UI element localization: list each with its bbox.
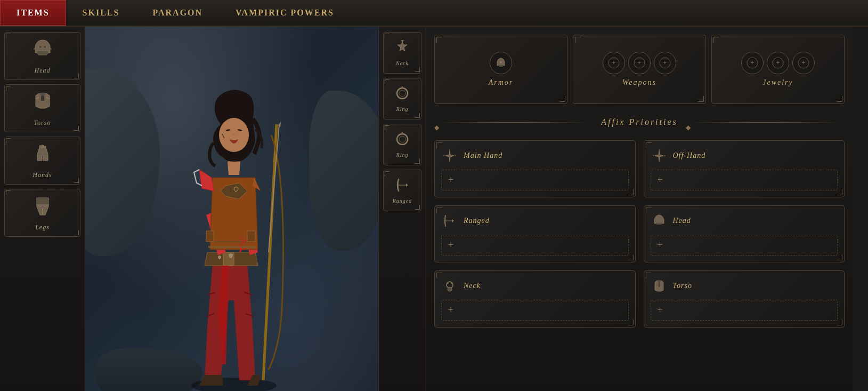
chest-icon bbox=[31, 90, 54, 117]
affix-card-off-hand: Off-Hand + bbox=[644, 140, 845, 197]
top-navigation: ITEMS SKILLS PARAGON VAMPIRIC POWERS bbox=[0, 0, 868, 27]
affix-card-head: Head + bbox=[644, 205, 845, 262]
slot-legs[interactable]: Legs bbox=[4, 189, 80, 237]
gloves-icon bbox=[31, 142, 54, 169]
svg-point-3 bbox=[397, 88, 408, 99]
right-panel: + Armor + + bbox=[426, 27, 853, 391]
tab-vampiric-powers[interactable]: VAMPIRIC POWERS bbox=[219, 0, 351, 26]
affix-add-main-hand[interactable]: + bbox=[441, 170, 629, 190]
add-icon-torso: + bbox=[658, 305, 663, 316]
armor-helm-icon: + bbox=[490, 52, 512, 74]
affix-card-off-hand-header: Off-Hand bbox=[651, 147, 838, 164]
add-icon-neck: + bbox=[448, 305, 453, 316]
slot-hands[interactable]: Hands bbox=[4, 137, 80, 185]
pants-icon bbox=[31, 195, 54, 221]
tab-skills[interactable]: SKILLS bbox=[66, 0, 136, 26]
weapon-offhand-icon: + bbox=[628, 52, 651, 74]
add-icon-head: + bbox=[658, 240, 663, 251]
main-hand-icon bbox=[441, 147, 458, 164]
weapon-bow-icon: + bbox=[654, 52, 676, 74]
affix-add-torso[interactable]: + bbox=[651, 300, 838, 321]
affix-card-neck-header: Neck bbox=[441, 277, 629, 294]
slot-ring-1[interactable]: Ring bbox=[383, 78, 421, 119]
cave-bg-left bbox=[85, 69, 160, 256]
head-affix-icon bbox=[651, 212, 668, 229]
left-equipment-sidebar: Head Torso bbox=[0, 27, 85, 391]
torso-affix-icon bbox=[651, 277, 668, 294]
svg-text:+: + bbox=[776, 59, 780, 67]
svg-point-5 bbox=[397, 134, 408, 145]
affix-add-head[interactable]: + bbox=[651, 235, 838, 256]
weapon-sword-icon: + bbox=[603, 52, 625, 74]
slot-torso[interactable]: Torso bbox=[4, 84, 80, 132]
affix-add-ranged[interactable]: + bbox=[441, 235, 629, 256]
affix-header-line-right: ◆ bbox=[686, 122, 845, 123]
svg-text:+: + bbox=[500, 60, 502, 65]
slot-neck[interactable]: Neck bbox=[383, 32, 421, 74]
ring2-icon bbox=[394, 131, 410, 151]
character-figure bbox=[165, 71, 314, 391]
affix-add-off-hand[interactable]: + bbox=[651, 170, 838, 190]
affix-card-ranged: Ranged + bbox=[434, 205, 636, 262]
jewelry-amulet-icon: + bbox=[741, 52, 764, 74]
affix-priorities-header: ◆ Affix Priorities ◆ bbox=[434, 115, 845, 130]
off-hand-icon bbox=[651, 147, 668, 164]
cave-bg-right bbox=[309, 91, 378, 251]
tab-items[interactable]: ITEMS bbox=[0, 0, 66, 26]
slot-ranged-label: Ranged bbox=[393, 198, 412, 204]
neck-affix-icon bbox=[441, 277, 458, 294]
tab-paragon[interactable]: PARAGON bbox=[136, 0, 219, 26]
helm-icon bbox=[31, 38, 54, 65]
add-icon-main-hand: + bbox=[448, 174, 453, 186]
jewelry-tab-icons: + + + bbox=[741, 52, 815, 74]
slot-ring2-label: Ring bbox=[396, 152, 409, 158]
svg-text:+: + bbox=[751, 59, 755, 67]
jewelry-ring1-icon: + bbox=[767, 52, 789, 74]
main-content: Head Torso bbox=[0, 27, 868, 391]
svg-text:+: + bbox=[638, 59, 642, 67]
affix-card-neck: Neck + bbox=[434, 270, 636, 328]
slot-neck-label: Neck bbox=[396, 60, 409, 66]
armor-tab-icons: + bbox=[490, 52, 512, 74]
affix-card-head-header: Head bbox=[651, 212, 838, 229]
affix-header-title: Affix Priorities bbox=[601, 117, 678, 127]
slot-torso-label: Torso bbox=[34, 119, 51, 127]
slot-head-label: Head bbox=[35, 67, 51, 75]
svg-point-21 bbox=[448, 287, 452, 291]
svg-point-4 bbox=[399, 90, 405, 97]
slot-ring1-label: Ring bbox=[396, 106, 409, 112]
category-tab-jewelry[interactable]: + + + bbox=[711, 35, 845, 104]
armor-tab-label: Armor bbox=[489, 78, 514, 87]
affix-diamond-right: ◆ bbox=[686, 124, 691, 131]
amulet-icon bbox=[394, 39, 410, 59]
affix-header-line-left: ◆ bbox=[434, 122, 593, 123]
svg-point-6 bbox=[399, 136, 405, 142]
center-equipment-column: Neck Ring Ring bbox=[378, 27, 426, 391]
add-icon-ranged: + bbox=[448, 240, 453, 251]
affix-head-title: Head bbox=[673, 217, 691, 225]
affix-add-neck[interactable]: + bbox=[441, 300, 629, 321]
category-tab-armor[interactable]: + Armor bbox=[434, 35, 567, 104]
svg-point-2 bbox=[219, 118, 249, 152]
affix-card-torso: Torso + bbox=[644, 270, 845, 328]
affix-torso-title: Torso bbox=[673, 282, 692, 290]
affix-ranged-title: Ranged bbox=[464, 217, 490, 225]
slot-hands-label: Hands bbox=[33, 171, 52, 179]
affix-off-hand-title: Off-Hand bbox=[673, 151, 706, 160]
bow-icon bbox=[394, 177, 410, 197]
slot-ring-2[interactable]: Ring bbox=[383, 124, 421, 165]
slot-head[interactable]: Head bbox=[4, 32, 80, 80]
svg-text:+: + bbox=[802, 59, 806, 67]
affix-card-torso-header: Torso bbox=[651, 277, 838, 294]
category-tab-weapons[interactable]: + + + bbox=[573, 35, 706, 104]
weapons-tab-label: Weapons bbox=[622, 78, 656, 87]
slot-ranged[interactable]: Ranged bbox=[383, 170, 421, 211]
jewelry-tab-label: Jewelry bbox=[762, 78, 793, 87]
category-tabs-container: + Armor + + bbox=[434, 35, 845, 104]
character-viewport bbox=[85, 27, 378, 391]
svg-text:+: + bbox=[612, 59, 616, 67]
affix-main-hand-title: Main Hand bbox=[464, 151, 502, 160]
affix-neck-title: Neck bbox=[464, 282, 481, 290]
add-icon-off-hand: + bbox=[658, 174, 663, 186]
slot-legs-label: Legs bbox=[35, 224, 50, 232]
